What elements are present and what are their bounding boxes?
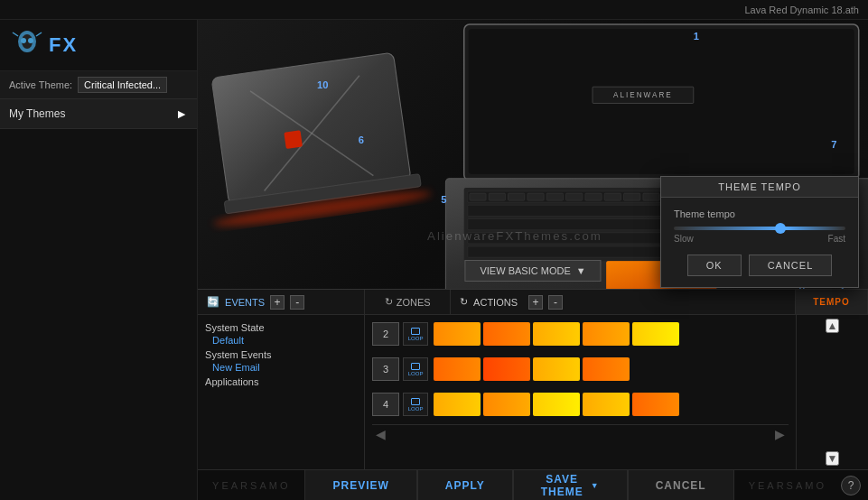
color-block-4-1[interactable]: [434, 393, 481, 416]
event-item-default[interactable]: Default: [205, 335, 357, 346]
loop-icon-2: [411, 328, 420, 335]
my-themes-row[interactable]: My Themes ►: [0, 99, 197, 129]
svg-point-3: [28, 38, 33, 43]
my-themes-arrow-icon: ►: [175, 106, 188, 121]
dialog-buttons: OK CANCEL: [674, 255, 845, 276]
tempo-down-button[interactable]: ▼: [826, 451, 840, 466]
events-add-button[interactable]: +: [270, 295, 285, 310]
zone-row-2: 2 LOOP: [372, 319, 789, 349]
color-blocks-4: [434, 393, 679, 416]
color-block-2-1[interactable]: [434, 322, 481, 346]
tempo-cancel-button[interactable]: CANCEL: [749, 255, 833, 276]
sidebar-header: FX: [0, 20, 197, 71]
preview-button[interactable]: PREVIEW: [304, 470, 416, 501]
slider-slow-label: Slow: [674, 234, 694, 244]
color-block-2-3[interactable]: [533, 322, 580, 346]
filename-label: Lava Red Dynamic 18.ath: [744, 5, 859, 15]
loop-label-4: LOOP: [408, 406, 424, 412]
alien-logo-icon: [11, 29, 43, 61]
svg-text:5: 5: [441, 194, 446, 205]
save-dropdown-arrow-icon[interactable]: ▼: [591, 481, 600, 490]
events-body: System State Default System Events New E…: [198, 315, 365, 469]
actions-label: ACTIONS: [473, 297, 518, 308]
svg-line-5: [36, 32, 42, 36]
tempo-up-button[interactable]: ▲: [826, 319, 840, 333]
color-block-4-4[interactable]: [583, 393, 630, 416]
svg-line-4: [13, 32, 18, 36]
slider-labels: Slow Fast: [674, 234, 845, 244]
zone-badge-3: 3: [372, 357, 399, 381]
panel-header: 🔄 EVENTS + - ↻ ZONES ↻ ACTIONS + - TEMPO: [198, 290, 868, 315]
dialog-body: Theme tempo Slow Fast OK CANCEL: [661, 198, 858, 287]
svg-rect-30: [604, 193, 621, 200]
sidebar: FX Active Theme: Critical Infected... My…: [0, 20, 198, 500]
scroll-left-icon[interactable]: ◀: [376, 427, 386, 441]
color-block-4-5[interactable]: [632, 393, 679, 416]
my-themes-label: My Themes: [9, 107, 65, 120]
footer: YEARSAMO PREVIEW APPLY SAVE THEME ▼ CANC…: [198, 469, 868, 500]
cancel-button[interactable]: CANCEL: [628, 470, 734, 501]
tempo-ok-button[interactable]: OK: [687, 255, 742, 276]
zone-badge-2: 2: [372, 322, 399, 346]
theme-tempo-dialog[interactable]: THEME TEMPO Theme tempo Slow Fast OK CAN…: [660, 176, 859, 288]
actions-refresh-icon: ↻: [460, 296, 468, 308]
tempo-label: TEMPO: [813, 297, 850, 307]
tempo-slider-thumb[interactable]: [775, 223, 786, 234]
color-block-3-1[interactable]: [434, 357, 481, 381]
svg-rect-27: [546, 193, 563, 200]
event-group-system-state: System State: [205, 322, 357, 333]
actions-col-header: ↻ ACTIONS + -: [451, 290, 796, 314]
scroll-arrows: ◀ ▶: [372, 424, 789, 443]
help-button[interactable]: ?: [841, 476, 861, 495]
save-theme-button[interactable]: SAVE THEME ▼: [513, 470, 628, 501]
loop-icon-4: [411, 398, 420, 405]
footer-logo-left: YEARSAMO: [198, 480, 304, 491]
actions-remove-button[interactable]: -: [548, 295, 563, 310]
save-theme-label: SAVE THEME: [541, 473, 583, 498]
svg-rect-23: [470, 193, 486, 200]
loop-label-3: LOOP: [408, 371, 424, 376]
svg-rect-32: [643, 193, 659, 200]
zones-label: ZONES: [397, 297, 431, 308]
color-block-2-4[interactable]: [583, 322, 630, 346]
svg-point-2: [21, 38, 26, 43]
svg-rect-25: [509, 193, 525, 200]
fx-logo-text: FX: [49, 33, 78, 57]
zone-row-3: 3 LOOP: [372, 354, 789, 384]
color-block-3-4[interactable]: [583, 357, 630, 381]
events-label: EVENTS: [225, 297, 265, 308]
svg-text:10: 10: [317, 79, 328, 90]
zone-badge-4: 4: [372, 393, 399, 416]
tempo-col-header: TEMPO: [796, 290, 868, 314]
view-mode-button[interactable]: VIEW BASIC MODE ▼: [464, 260, 601, 282]
color-blocks-2: [434, 322, 679, 346]
color-block-2-2[interactable]: [483, 322, 530, 346]
loop-label-2: LOOP: [408, 336, 424, 341]
apply-button[interactable]: APPLY: [417, 470, 513, 501]
svg-rect-24: [489, 193, 505, 200]
loop-icon-3: [411, 363, 420, 370]
svg-text:7: 7: [831, 139, 836, 150]
color-block-3-2[interactable]: [483, 357, 530, 381]
loop-badge-4: LOOP: [403, 393, 428, 416]
color-block-4-2[interactable]: [483, 393, 530, 416]
active-theme-label: Active Theme:: [9, 79, 72, 90]
tempo-slider-track[interactable]: [674, 227, 845, 230]
actions-add-button[interactable]: +: [528, 295, 543, 310]
footer-buttons: PREVIEW APPLY SAVE THEME ▼ CANCEL: [304, 470, 733, 501]
tempo-dialog-label: Theme tempo: [674, 208, 845, 219]
events-remove-button[interactable]: -: [290, 295, 304, 310]
svg-rect-26: [527, 193, 544, 200]
scroll-right-icon[interactable]: ▶: [775, 427, 785, 441]
panel-body: System State Default System Events New E…: [198, 315, 868, 469]
event-item-new-email[interactable]: New Email: [205, 362, 357, 373]
zone-row-4: 4 LOOP: [372, 389, 789, 420]
color-block-4-3[interactable]: [533, 393, 580, 416]
svg-text:AlienwareFXThemes.com: AlienwareFXThemes.com: [427, 229, 602, 243]
loop-badge-2: LOOP: [403, 322, 428, 346]
top-bar: Lava Red Dynamic 18.ath: [0, 0, 868, 20]
active-theme-value: Critical Infected...: [78, 77, 167, 93]
color-block-2-5[interactable]: [632, 322, 679, 346]
color-block-3-3[interactable]: [533, 357, 580, 381]
zones-actions-body: 2 LOOP: [365, 315, 796, 469]
